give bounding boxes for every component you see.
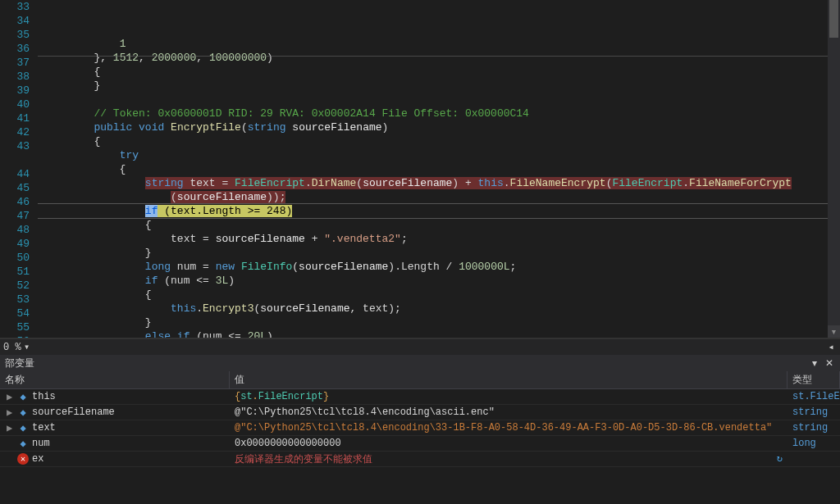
line-number: 52 — [0, 279, 30, 293]
code-line[interactable]: text = sourceFilename + ".vendetta2"; — [38, 232, 840, 246]
line-number: 34 — [0, 14, 30, 28]
line-number-gutter: 3334353637383940414243 44454647484950515… — [0, 0, 38, 338]
variable-icon: ◆ — [17, 438, 29, 448]
hscroll-arrow-left-icon[interactable]: ◂ — [825, 341, 837, 353]
variable-icon: ◆ — [17, 407, 29, 417]
locals-grid-header: 名称 值 类型 — [0, 371, 840, 389]
line-number: 35 — [0, 28, 30, 42]
locals-cell-type — [788, 458, 840, 460]
column-header-value[interactable]: 值 — [230, 371, 788, 388]
variable-name: text — [32, 422, 56, 434]
code-editor[interactable]: 3334353637383940414243 44454647484950515… — [0, 0, 840, 338]
locals-cell-name: ◆num — [0, 437, 230, 450]
pin-icon[interactable]: ▾ — [809, 357, 820, 369]
line-number: 47 — [0, 209, 30, 223]
code-line[interactable]: } — [38, 246, 840, 260]
code-line[interactable]: public void EncryptFile(string sourceFil… — [38, 120, 840, 134]
code-line[interactable]: 1 — [38, 37, 840, 51]
line-number: 43 — [0, 139, 30, 153]
code-line[interactable]: { — [38, 65, 840, 79]
close-icon[interactable]: ✕ — [824, 357, 835, 369]
line-number: 45 — [0, 181, 30, 195]
locals-cell-value: @"C:\Python25\tcl\tcl8.4\encoding\33-1B-… — [230, 421, 788, 434]
line-number: 33 — [0, 0, 30, 14]
locals-cell-name: ▶◆sourceFilename — [0, 406, 230, 420]
ruler-line — [38, 56, 840, 57]
locals-cell-value: {st.FileEncript} — [230, 390, 788, 403]
line-number: 49 — [0, 237, 30, 251]
code-line[interactable]: if (text.Length >= 248) — [38, 204, 840, 218]
line-number — [0, 153, 30, 167]
code-line[interactable]: string text = FileEncript.DirName(source… — [38, 176, 840, 190]
vertical-scrollbar[interactable]: ▾ — [828, 0, 840, 338]
scrollbar-thumb[interactable] — [829, 0, 838, 38]
zoom-bar: 0 % ▾ ◂ — [0, 338, 840, 355]
line-number: 46 — [0, 195, 30, 209]
code-area[interactable]: 1 }, 1512, 2000000, 100000000) { } // To… — [38, 0, 840, 338]
line-number: 48 — [0, 223, 30, 237]
error-icon: ✕ — [17, 453, 29, 465]
code-line[interactable]: { — [38, 134, 840, 148]
line-number: 50 — [0, 251, 30, 265]
locals-cell-value: 反编译器生成的变量不能被求值 ↻ — [230, 452, 788, 467]
line-number: 36 — [0, 42, 30, 56]
line-number: 42 — [0, 125, 30, 139]
locals-row[interactable]: ▶◆this{st.FileEncript}st.FileEr — [0, 389, 840, 405]
code-line[interactable]: }, 1512, 2000000, 100000000) — [38, 51, 840, 65]
variable-name: sourceFilename — [32, 406, 115, 418]
column-header-type[interactable]: 类型 — [788, 371, 840, 388]
variable-name: num — [32, 438, 50, 449]
expander-icon[interactable]: ▶ — [5, 391, 14, 403]
locals-row[interactable]: ✕ex反编译器生成的变量不能被求值 ↻ — [0, 452, 840, 467]
line-number: 39 — [0, 84, 30, 98]
locals-panel: 部变量 ▾ ✕ 名称 值 类型 ▶◆this{st.FileEncript}st… — [0, 355, 840, 504]
code-line-wrap[interactable]: (sourceFilename)); — [38, 190, 840, 204]
locals-row[interactable]: ◆num0x0000000000000000long — [0, 436, 840, 452]
expander-icon[interactable]: ▶ — [5, 422, 14, 434]
expander-icon[interactable]: ▶ — [5, 406, 14, 419]
code-line[interactable]: try — [38, 148, 840, 162]
code-line[interactable]: { — [38, 162, 840, 176]
locals-panel-title: 部变量 — [5, 356, 34, 370]
line-number: 40 — [0, 98, 30, 111]
code-line[interactable]: else if (num <= 20L) — [38, 329, 840, 338]
locals-row[interactable]: ▶◆sourceFilename@"C:\Python25\tcl\tcl8.4… — [0, 405, 840, 420]
line-number: 55 — [0, 320, 30, 334]
zoom-level: 0 % — [3, 342, 21, 353]
locals-cell-value: 0x0000000000000000 — [230, 437, 788, 450]
zoom-dropdown-icon[interactable]: ▾ — [21, 341, 33, 353]
scrollbar-arrow-down-icon[interactable]: ▾ — [828, 325, 840, 338]
variable-icon: ◆ — [17, 423, 29, 433]
code-line[interactable] — [38, 93, 840, 107]
variable-icon: ◆ — [17, 392, 29, 402]
variable-name: this — [32, 391, 56, 402]
line-number: 56 — [0, 334, 30, 338]
variable-name: ex — [32, 453, 43, 465]
column-header-name[interactable]: 名称 — [0, 371, 230, 388]
code-line[interactable]: if (num <= 3L) — [38, 274, 840, 288]
code-line[interactable]: long num = new FileInfo(sourceFilename).… — [38, 260, 840, 274]
locals-row[interactable]: ▶◆text@"C:\Python25\tcl\tcl8.4\encoding\… — [0, 420, 840, 436]
code-line[interactable]: } — [38, 316, 840, 329]
locals-grid-body[interactable]: ▶◆this{st.FileEncript}st.FileEr▶◆sourceF… — [0, 389, 840, 504]
line-number: 53 — [0, 293, 30, 306]
locals-cell-name: ▶◆this — [0, 390, 230, 404]
line-number: 54 — [0, 306, 30, 320]
code-line[interactable]: // Token: 0x0600001D RID: 29 RVA: 0x0000… — [38, 107, 840, 120]
code-line[interactable]: { — [38, 288, 840, 302]
line-number: 41 — [0, 111, 30, 125]
line-number: 44 — [0, 167, 30, 181]
code-line[interactable]: this.Encrypt3(sourceFilename, text); — [38, 302, 840, 316]
locals-cell-type: string — [788, 406, 840, 419]
refresh-icon[interactable]: ↻ — [777, 452, 783, 465]
locals-panel-titlebar: 部变量 ▾ ✕ — [0, 355, 840, 371]
locals-cell-type: string — [788, 421, 840, 434]
code-line[interactable]: { — [38, 218, 840, 232]
locals-cell-type: st.FileEr — [788, 390, 840, 403]
locals-cell-name: ▶◆text — [0, 421, 230, 435]
line-number: 37 — [0, 56, 30, 70]
code-line[interactable]: } — [38, 79, 840, 93]
locals-cell-name: ✕ex — [0, 452, 230, 465]
locals-cell-type: long — [788, 437, 840, 450]
line-number: 51 — [0, 265, 30, 279]
